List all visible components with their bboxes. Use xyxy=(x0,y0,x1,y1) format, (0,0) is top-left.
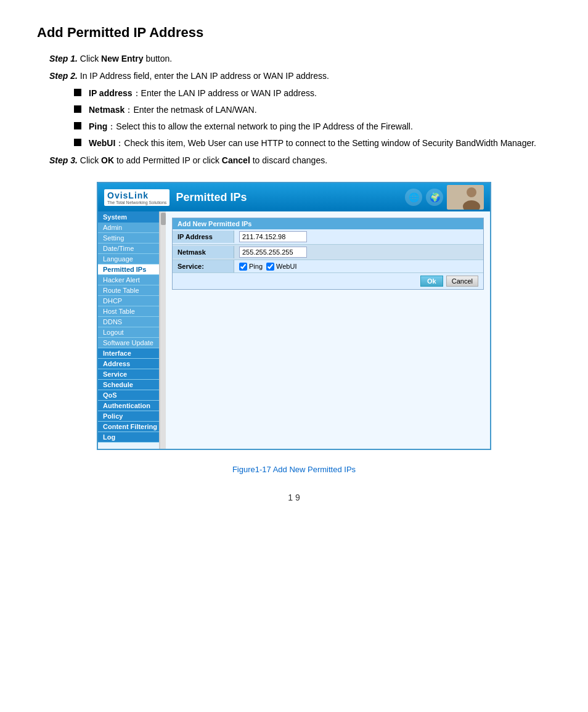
sidebar-group-content-filtering[interactable]: Content Filtering xyxy=(98,422,159,432)
header-photo xyxy=(447,185,484,210)
sidebar-scrollbar[interactable] xyxy=(160,211,166,449)
sidebar-item-permitted-ips[interactable]: Permitted IPs xyxy=(98,264,159,275)
sidebar-group-interface[interactable]: Interface xyxy=(98,348,159,359)
step-3: Step 3. Click OK to add Permitted IP or … xyxy=(37,153,551,167)
step-3-text: Click OK to add Permitted IP or click Ca… xyxy=(80,155,327,165)
sidebar-item-setting[interactable]: Setting xyxy=(98,233,159,243)
person-silhouette xyxy=(447,185,484,210)
ok-button[interactable]: Ok xyxy=(420,276,443,287)
sidebar-group-service[interactable]: Service xyxy=(98,369,159,380)
form-value-ip xyxy=(234,229,483,244)
form-label-ip: IP Address xyxy=(173,231,234,243)
sidebar-item-logout[interactable]: Logout xyxy=(98,327,159,338)
bullet-text: Netmask：Enter the netmask of LAN/WAN. xyxy=(89,104,257,117)
sidebar-group-schedule[interactable]: Schedule xyxy=(98,380,159,390)
ui-body: System Admin Setting Date/Time Language … xyxy=(98,211,490,449)
page-title: Add Permitted IP Address xyxy=(37,25,551,41)
form-row-ip: IP Address xyxy=(173,229,483,245)
bullet-icon xyxy=(74,139,81,146)
webui-label: WebUI xyxy=(276,263,296,270)
ping-label: Ping xyxy=(249,263,263,270)
form-label-netmask: Netmask xyxy=(173,246,234,258)
bullet-text: WebUI：Check this item, Web User can use … xyxy=(89,137,536,150)
bullet-text: Ping：Select this to allow the external n… xyxy=(89,120,413,133)
sidebar-item-software-update[interactable]: Software Update xyxy=(98,338,159,348)
step-1-label: Step 1. xyxy=(49,54,78,63)
sidebar-item-route-table[interactable]: Route Table xyxy=(98,285,159,296)
sidebar: System Admin Setting Date/Time Language … xyxy=(98,211,160,449)
bullet-icon xyxy=(74,105,81,113)
netmask-input[interactable] xyxy=(239,247,307,258)
step-2-text: In IP Address field, enter the LAN IP ad… xyxy=(80,71,329,81)
header-icons: 🌐 🌍 xyxy=(405,185,484,210)
sidebar-item-ddns[interactable]: DDNS xyxy=(98,317,159,327)
form-row-netmask: Netmask xyxy=(173,245,483,260)
sidebar-item-hacker-alert[interactable]: Hacker Alert xyxy=(98,275,159,285)
bullet-icon xyxy=(74,89,81,96)
form-panel: Add New Permitted IPs IP Address Netmask xyxy=(172,218,484,290)
logo-box: OvisLink The Total Networking Solutions xyxy=(104,189,169,206)
cancel-button[interactable]: Cancel xyxy=(446,276,478,287)
sidebar-item-language[interactable]: Language xyxy=(98,254,159,264)
form-row-service: Service: Ping WebUI xyxy=(173,260,483,273)
logo-area: OvisLink The Total Networking Solutions … xyxy=(104,189,247,206)
logo-name: OvisLink xyxy=(107,190,149,200)
sidebar-group-log[interactable]: Log xyxy=(98,432,159,443)
svg-point-1 xyxy=(467,187,476,197)
globe2-icon: 🌍 xyxy=(426,189,443,206)
ip-address-input[interactable] xyxy=(239,231,307,242)
page-number: 1 9 xyxy=(37,493,551,502)
sidebar-item-host-table[interactable]: Host Table xyxy=(98,306,159,317)
ping-checkbox[interactable] xyxy=(239,263,247,271)
sidebar-group-policy[interactable]: Policy xyxy=(98,411,159,422)
step-3-label: Step 3. xyxy=(49,155,78,165)
logo-tagline: The Total Networking Solutions xyxy=(107,200,166,205)
ui-content: Add New Permitted IPs IP Address Netmask xyxy=(166,211,490,449)
webui-checkbox[interactable] xyxy=(266,263,274,271)
list-item: IP address：Enter the LAN IP address or W… xyxy=(74,87,551,100)
list-item: Netmask：Enter the netmask of LAN/WAN. xyxy=(74,104,551,117)
list-item: WebUI：Check this item, Web User can use … xyxy=(74,137,551,150)
ui-page-title: Permitted IPs xyxy=(176,191,247,204)
bullet-icon xyxy=(74,122,81,129)
ping-checkbox-label[interactable]: Ping xyxy=(239,263,263,271)
list-item: Ping：Select this to allow the external n… xyxy=(74,120,551,133)
sidebar-group-qos[interactable]: QoS xyxy=(98,390,159,401)
ui-header: OvisLink The Total Networking Solutions … xyxy=(98,183,490,211)
bullet-list: IP address：Enter the LAN IP address or W… xyxy=(74,87,551,150)
step-2-label: Step 2. xyxy=(49,71,78,81)
sidebar-wrapper: System Admin Setting Date/Time Language … xyxy=(98,211,166,449)
sidebar-group-system: System xyxy=(98,211,159,223)
form-panel-header: Add New Permitted IPs xyxy=(173,218,483,229)
sidebar-item-admin[interactable]: Admin xyxy=(98,223,159,233)
scrollbar-thumb xyxy=(161,213,166,225)
form-value-service: Ping WebUI xyxy=(234,261,483,272)
step-1-text: Click New Entry button. xyxy=(80,54,172,63)
webui-checkbox-label[interactable]: WebUI xyxy=(266,263,296,271)
sidebar-group-address[interactable]: Address xyxy=(98,359,159,369)
sidebar-item-dhcp[interactable]: DHCP xyxy=(98,296,159,306)
form-actions: Ok Cancel xyxy=(173,273,483,289)
form-value-netmask xyxy=(234,245,483,260)
step-2: Step 2. In IP Address field, enter the L… xyxy=(37,69,551,83)
sidebar-group-authentication[interactable]: Authentication xyxy=(98,401,159,411)
screenshot-container: OvisLink The Total Networking Solutions … xyxy=(97,182,491,450)
form-label-service: Service: xyxy=(173,260,234,272)
figure-caption: Figure1-17 Add New Permitted IPs xyxy=(37,465,551,474)
sidebar-item-datetime[interactable]: Date/Time xyxy=(98,243,159,254)
bullet-text: IP address：Enter the LAN IP address or W… xyxy=(89,87,317,100)
step-1: Step 1. Click New Entry button. xyxy=(37,52,551,65)
globe-icon: 🌐 xyxy=(405,189,422,206)
